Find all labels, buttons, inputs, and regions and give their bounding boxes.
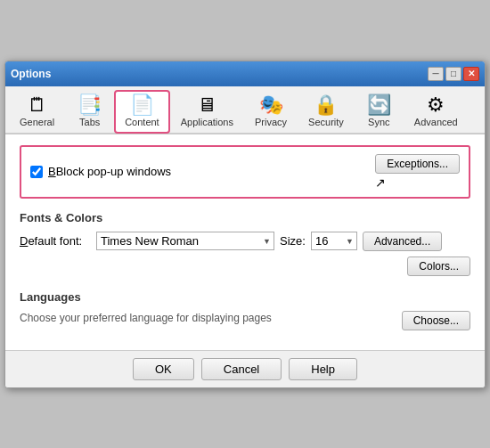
tab-tabs-label: Tabs bbox=[79, 117, 100, 127]
tab-security[interactable]: 🔒 Security bbox=[298, 90, 355, 133]
tab-tabs[interactable]: 📑 Tabs bbox=[65, 90, 114, 133]
font-row: Default font: Times New Roman Arial Verd… bbox=[20, 232, 470, 251]
security-icon: 🔒 bbox=[314, 95, 338, 115]
popup-left: BBlock pop-up windows bbox=[30, 165, 171, 178]
title-bar: Options ─ □ ✕ bbox=[5, 61, 485, 86]
fonts-colors-header: Fonts & Colors bbox=[20, 211, 470, 224]
sync-icon: 🔄 bbox=[367, 95, 391, 115]
font-select[interactable]: Times New Roman Arial Verdana bbox=[96, 232, 274, 250]
close-button[interactable]: ✕ bbox=[463, 67, 479, 81]
fonts-row: Default font: Times New Roman Arial Verd… bbox=[20, 232, 470, 276]
tab-content-label: Content bbox=[125, 117, 159, 127]
tab-sync[interactable]: 🔄 Sync bbox=[355, 90, 404, 133]
default-font-label: Default font: bbox=[20, 234, 91, 248]
tab-security-label: Security bbox=[308, 117, 344, 127]
tab-general[interactable]: 🗒 General bbox=[9, 90, 65, 133]
font-select-wrapper: Times New Roman Arial Verdana bbox=[96, 232, 274, 250]
popup-label: BBlock pop-up windows bbox=[48, 165, 171, 178]
maximize-button[interactable]: □ bbox=[445, 67, 461, 81]
fonts-colors-section: Fonts & Colors Default font: Times New R… bbox=[20, 211, 470, 276]
privacy-icon: 🎭 bbox=[259, 95, 283, 115]
tab-privacy-label: Privacy bbox=[255, 117, 287, 127]
cursor-indicator: ↗ bbox=[375, 175, 386, 190]
cancel-button[interactable]: Cancel bbox=[201, 358, 282, 380]
tab-privacy[interactable]: 🎭 Privacy bbox=[244, 90, 298, 133]
advanced-icon: ⚙ bbox=[427, 95, 445, 115]
toolbar: 🗒 General 📑 Tabs 📄 Content 🖥 Application… bbox=[5, 86, 485, 134]
tab-general-label: General bbox=[20, 117, 54, 127]
size-select-wrapper: 16 12 14 18 20 bbox=[311, 232, 357, 250]
choose-button[interactable]: Choose... bbox=[402, 311, 470, 330]
lang-row: Choose your preferred language for displ… bbox=[20, 311, 470, 330]
languages-header: Languages bbox=[20, 290, 470, 304]
colors-button[interactable]: Colors... bbox=[407, 257, 470, 276]
title-bar-title: Options bbox=[11, 68, 51, 80]
tab-sync-label: Sync bbox=[368, 117, 389, 127]
tabs-icon: 📑 bbox=[78, 95, 102, 115]
main-content: BBlock pop-up windows Exceptions... ↗ Fo… bbox=[5, 134, 485, 350]
applications-icon: 🖥 bbox=[197, 95, 216, 115]
window-title: Options bbox=[11, 68, 51, 80]
popup-section: BBlock pop-up windows Exceptions... ↗ bbox=[20, 145, 470, 199]
tab-content[interactable]: 📄 Content bbox=[114, 90, 170, 134]
ok-button[interactable]: OK bbox=[133, 358, 194, 380]
advanced-button[interactable]: Advanced... bbox=[363, 232, 442, 251]
exceptions-button[interactable]: Exceptions... bbox=[375, 154, 460, 174]
minimize-button[interactable]: ─ bbox=[428, 67, 444, 81]
tab-applications-label: Applications bbox=[181, 117, 233, 127]
options-window: Options ─ □ ✕ 🗒 General 📑 Tabs 📄 Content… bbox=[4, 61, 486, 388]
help-button[interactable]: Help bbox=[289, 358, 357, 380]
title-bar-controls: ─ □ ✕ bbox=[428, 67, 479, 81]
tab-applications[interactable]: 🖥 Applications bbox=[170, 90, 244, 133]
popup-checkbox[interactable] bbox=[30, 166, 43, 178]
bottom-bar: OK Cancel Help bbox=[5, 350, 485, 387]
tab-advanced-label: Advanced bbox=[414, 117, 458, 127]
size-select[interactable]: 16 12 14 18 20 bbox=[311, 232, 357, 250]
general-icon: 🗒 bbox=[28, 95, 47, 115]
size-label: Size: bbox=[280, 234, 306, 248]
fonts-controls: Default font: Times New Roman Arial Verd… bbox=[20, 232, 470, 276]
lang-description: Choose your preferred language for displ… bbox=[20, 312, 272, 324]
content-icon: 📄 bbox=[130, 95, 154, 115]
tab-advanced[interactable]: ⚙ Advanced bbox=[404, 90, 469, 133]
languages-section: Languages Choose your preferred language… bbox=[20, 290, 470, 330]
